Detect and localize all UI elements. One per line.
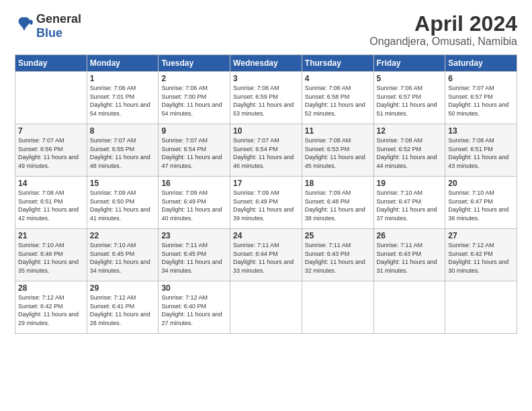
calendar-cell: 2Sunrise: 7:06 AMSunset: 7:00 PMDaylight… <box>159 72 230 124</box>
calendar-cell <box>373 281 445 334</box>
day-number: 2 <box>161 74 227 83</box>
header-row: SundayMondayTuesdayWednesdayThursdayFrid… <box>15 55 517 72</box>
day-number: 23 <box>161 231 227 240</box>
day-number: 10 <box>233 126 299 136</box>
day-number: 21 <box>18 231 84 240</box>
calendar-cell: 1Sunrise: 7:06 AMSunset: 7:01 PMDaylight… <box>87 72 159 124</box>
weekday-header: Tuesday <box>159 55 230 72</box>
day-number: 1 <box>90 74 156 83</box>
weekday-header: Wednesday <box>230 55 302 72</box>
day-detail: Sunrise: 7:08 AMSunset: 6:52 PMDaylight:… <box>377 137 437 169</box>
day-detail: Sunrise: 7:10 AMSunset: 6:46 PMDaylight:… <box>18 242 79 274</box>
calendar-cell: 11Sunrise: 7:08 AMSunset: 6:53 PMDayligh… <box>302 124 373 177</box>
calendar-cell: 28Sunrise: 7:12 AMSunset: 6:42 PMDayligh… <box>15 281 87 334</box>
day-detail: Sunrise: 7:06 AMSunset: 7:00 PMDaylight:… <box>161 85 222 117</box>
weekday-header: Saturday <box>445 55 517 72</box>
calendar-cell: 27Sunrise: 7:12 AMSunset: 6:42 PMDayligh… <box>445 229 517 281</box>
calendar-body: 1Sunrise: 7:06 AMSunset: 7:01 PMDaylight… <box>15 72 517 334</box>
day-detail: Sunrise: 7:08 AMSunset: 6:51 PMDaylight:… <box>18 189 79 222</box>
calendar-cell: 17Sunrise: 7:09 AMSunset: 6:49 PMDayligh… <box>230 177 302 229</box>
day-number: 27 <box>448 231 514 240</box>
day-number: 8 <box>90 126 156 136</box>
day-number: 17 <box>233 179 299 188</box>
calendar-table: SundayMondayTuesdayWednesdayThursdayFrid… <box>15 54 517 334</box>
calendar-cell <box>445 281 517 334</box>
weekday-header: Sunday <box>15 55 87 72</box>
calendar-week-row: 7Sunrise: 7:07 AMSunset: 6:56 PMDaylight… <box>15 124 517 177</box>
day-detail: Sunrise: 7:12 AMSunset: 6:41 PMDaylight:… <box>90 294 150 326</box>
day-number: 5 <box>377 74 443 83</box>
calendar-cell <box>302 281 373 334</box>
day-detail: Sunrise: 7:10 AMSunset: 6:47 PMDaylight:… <box>448 189 508 222</box>
day-number: 24 <box>233 231 299 240</box>
title-area: April 2024 Ongandjera, Omusati, Namibia <box>369 12 517 48</box>
calendar-cell: 4Sunrise: 7:06 AMSunset: 6:58 PMDaylight… <box>302 72 373 124</box>
day-detail: Sunrise: 7:11 AMSunset: 6:43 PMDaylight:… <box>377 242 437 274</box>
day-detail: Sunrise: 7:11 AMSunset: 6:43 PMDaylight:… <box>305 242 365 274</box>
logo-general-text: General <box>36 12 81 26</box>
day-detail: Sunrise: 7:10 AMSunset: 6:47 PMDaylight:… <box>377 189 437 222</box>
day-detail: Sunrise: 7:09 AMSunset: 6:49 PMDaylight:… <box>161 189 222 222</box>
calendar-cell: 23Sunrise: 7:11 AMSunset: 6:45 PMDayligh… <box>159 229 230 281</box>
day-detail: Sunrise: 7:12 AMSunset: 6:42 PMDaylight:… <box>448 242 508 274</box>
calendar-cell: 29Sunrise: 7:12 AMSunset: 6:41 PMDayligh… <box>87 281 159 334</box>
calendar-cell: 16Sunrise: 7:09 AMSunset: 6:49 PMDayligh… <box>159 177 230 229</box>
calendar-cell: 10Sunrise: 7:07 AMSunset: 6:54 PMDayligh… <box>230 124 302 177</box>
day-detail: Sunrise: 7:09 AMSunset: 6:49 PMDaylight:… <box>233 189 294 222</box>
day-number: 29 <box>90 283 156 293</box>
calendar-cell: 8Sunrise: 7:07 AMSunset: 6:55 PMDaylight… <box>87 124 159 177</box>
day-detail: Sunrise: 7:06 AMSunset: 6:58 PMDaylight:… <box>305 85 365 117</box>
day-number: 25 <box>305 231 371 240</box>
calendar-cell: 13Sunrise: 7:08 AMSunset: 6:51 PMDayligh… <box>445 124 517 177</box>
day-number: 30 <box>161 283 227 293</box>
logo-blue-text: Blue <box>36 26 62 40</box>
calendar-cell: 6Sunrise: 7:07 AMSunset: 6:57 PMDaylight… <box>445 72 517 124</box>
day-detail: Sunrise: 7:07 AMSunset: 6:54 PMDaylight:… <box>233 137 294 169</box>
day-number: 28 <box>18 283 84 293</box>
calendar-week-row: 28Sunrise: 7:12 AMSunset: 6:42 PMDayligh… <box>15 281 517 334</box>
day-detail: Sunrise: 7:06 AMSunset: 7:01 PMDaylight:… <box>90 85 150 117</box>
calendar-cell: 22Sunrise: 7:10 AMSunset: 6:45 PMDayligh… <box>87 229 159 281</box>
calendar-cell: 20Sunrise: 7:10 AMSunset: 6:47 PMDayligh… <box>445 177 517 229</box>
day-detail: Sunrise: 7:08 AMSunset: 6:51 PMDaylight:… <box>448 137 508 169</box>
day-detail: Sunrise: 7:12 AMSunset: 6:40 PMDaylight:… <box>161 294 222 326</box>
calendar-cell: 14Sunrise: 7:08 AMSunset: 6:51 PMDayligh… <box>15 177 87 229</box>
day-number: 12 <box>377 126 443 136</box>
calendar-cell: 9Sunrise: 7:07 AMSunset: 6:54 PMDaylight… <box>159 124 230 177</box>
day-number: 13 <box>448 126 514 136</box>
weekday-header: Friday <box>373 55 445 72</box>
day-detail: Sunrise: 7:11 AMSunset: 6:45 PMDaylight:… <box>161 242 222 274</box>
weekday-header: Thursday <box>302 55 373 72</box>
day-number: 3 <box>233 74 299 83</box>
logo-bird-icon <box>15 15 34 38</box>
day-number: 14 <box>18 179 84 188</box>
calendar-cell: 7Sunrise: 7:07 AMSunset: 6:56 PMDaylight… <box>15 124 87 177</box>
calendar-subtitle: Ongandjera, Omusati, Namibia <box>369 36 517 48</box>
day-detail: Sunrise: 7:06 AMSunset: 6:57 PMDaylight:… <box>377 85 437 117</box>
calendar-cell: 24Sunrise: 7:11 AMSunset: 6:44 PMDayligh… <box>230 229 302 281</box>
header: General Blue April 2024 Ongandjera, Omus… <box>15 12 517 48</box>
day-number: 6 <box>448 74 514 83</box>
day-number: 20 <box>448 179 514 188</box>
calendar-cell: 5Sunrise: 7:06 AMSunset: 6:57 PMDaylight… <box>373 72 445 124</box>
calendar-cell: 3Sunrise: 7:06 AMSunset: 6:59 PMDaylight… <box>230 72 302 124</box>
day-number: 22 <box>90 231 156 240</box>
day-detail: Sunrise: 7:07 AMSunset: 6:54 PMDaylight:… <box>161 137 222 169</box>
logo: General Blue <box>15 12 81 40</box>
calendar-cell <box>15 72 87 124</box>
day-number: 15 <box>90 179 156 188</box>
day-detail: Sunrise: 7:07 AMSunset: 6:55 PMDaylight:… <box>90 137 150 169</box>
day-detail: Sunrise: 7:10 AMSunset: 6:45 PMDaylight:… <box>90 242 150 274</box>
calendar-cell: 19Sunrise: 7:10 AMSunset: 6:47 PMDayligh… <box>373 177 445 229</box>
calendar-week-row: 21Sunrise: 7:10 AMSunset: 6:46 PMDayligh… <box>15 229 517 281</box>
day-number: 26 <box>377 231 443 240</box>
calendar-cell <box>230 281 302 334</box>
calendar-title: April 2024 <box>369 12 517 36</box>
day-number: 7 <box>18 126 84 136</box>
calendar-cell: 30Sunrise: 7:12 AMSunset: 6:40 PMDayligh… <box>159 281 230 334</box>
day-detail: Sunrise: 7:07 AMSunset: 6:57 PMDaylight:… <box>448 85 508 117</box>
calendar-cell: 18Sunrise: 7:09 AMSunset: 6:48 PMDayligh… <box>302 177 373 229</box>
day-number: 4 <box>305 74 371 83</box>
calendar-header: SundayMondayTuesdayWednesdayThursdayFrid… <box>15 55 517 72</box>
day-detail: Sunrise: 7:06 AMSunset: 6:59 PMDaylight:… <box>233 85 294 117</box>
